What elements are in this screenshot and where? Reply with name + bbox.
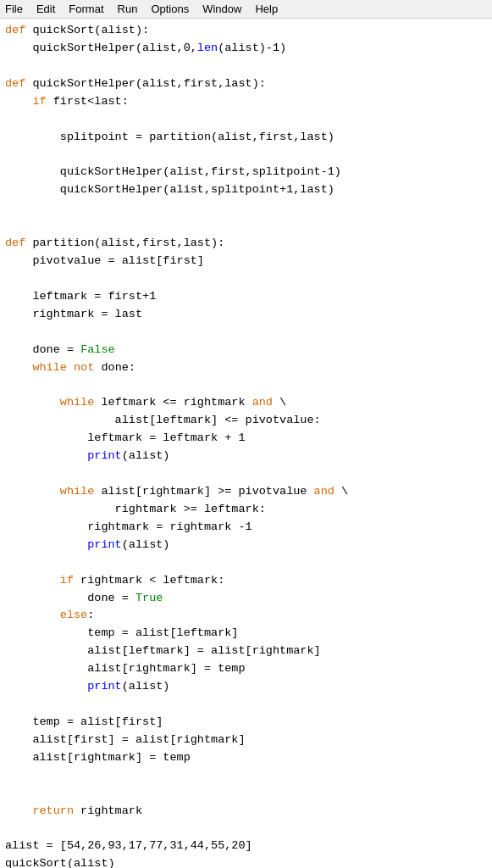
- menu-options[interactable]: Options: [149, 3, 191, 15]
- menu-run[interactable]: Run: [116, 3, 140, 15]
- menu-help[interactable]: Help: [253, 3, 279, 15]
- menubar: File Edit Format Run Options Window Help: [0, 0, 492, 19]
- menu-format[interactable]: Format: [67, 3, 105, 15]
- menu-edit[interactable]: Edit: [35, 3, 57, 15]
- menu-window[interactable]: Window: [201, 3, 243, 15]
- code-editor[interactable]: def quickSort(alist): quickSortHelper(al…: [0, 19, 492, 868]
- menu-file[interactable]: File: [3, 3, 25, 15]
